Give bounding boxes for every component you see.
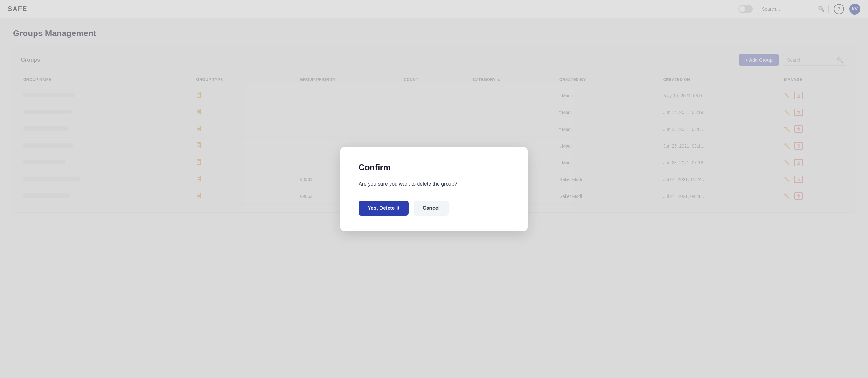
modal-title: Confirm (359, 162, 509, 172)
modal-actions: Yes, Delete it Cancel (359, 201, 509, 216)
confirm-modal: Confirm Are you sure you want to delete … (340, 147, 528, 231)
modal-message: Are you sure you want to delete the grou… (359, 180, 509, 188)
modal-overlay: Confirm Are you sure you want to delete … (0, 0, 868, 378)
cancel-button[interactable]: Cancel (414, 201, 448, 216)
confirm-button[interactable]: Yes, Delete it (359, 201, 408, 216)
